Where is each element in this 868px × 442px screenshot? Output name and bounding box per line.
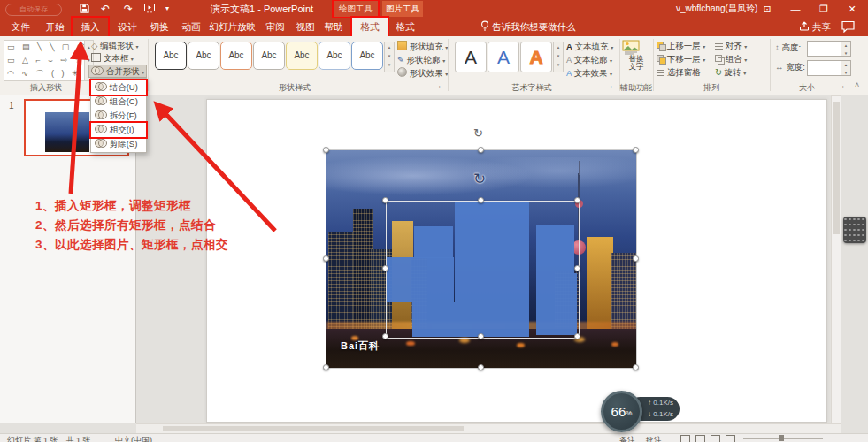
share-button[interactable]: 共享 <box>799 18 831 36</box>
tab-design[interactable]: 设计 <box>111 18 143 36</box>
shape-style-preset[interactable]: Abc <box>188 42 219 70</box>
tab-file[interactable]: 文件 <box>4 18 37 36</box>
align-button[interactable]: 对齐 ▾ <box>715 40 747 51</box>
tab-format-picture[interactable]: 格式 <box>389 18 421 36</box>
shape-fill-button[interactable]: 形状填充 ▾ <box>397 41 448 52</box>
alt-text-button[interactable]: 替换文字 <box>622 40 650 80</box>
maximize-button[interactable]: ❐ <box>810 0 837 18</box>
ribbon-display-options-button[interactable]: ⊡ <box>754 0 780 18</box>
text-fill-button[interactable]: A 文本填充 ▾ <box>566 41 613 52</box>
minimize-button[interactable]: — <box>782 0 809 18</box>
shape-style-preset[interactable]: Abc <box>155 42 187 70</box>
comments-button[interactable]: 批注 <box>646 435 662 442</box>
text-effects-button[interactable]: A 文本效果 ▾ <box>566 67 612 79</box>
picture-tools-header[interactable]: 图片工具 <box>382 1 423 17</box>
text-outline-button[interactable]: A 文本轮廓 ▾ <box>566 54 612 65</box>
tab-insert[interactable]: 插入 <box>73 18 108 36</box>
merge-subtract-icon <box>95 139 107 148</box>
undo-button[interactable]: ↶ <box>96 0 115 18</box>
slide-page[interactable]: Bai百科 ↻ ↻ <box>206 99 827 423</box>
group-button[interactable]: 组合 ▾ <box>715 53 747 65</box>
wordart-dialog-launcher[interactable]: ⌟ <box>609 81 612 89</box>
save-icon[interactable] <box>74 0 94 17</box>
selection-handle[interactable] <box>633 364 639 370</box>
menu-item-union[interactable]: 结合(U) <box>91 80 146 95</box>
tab-view[interactable]: 视图 <box>290 18 320 36</box>
shape-style-preset[interactable]: Abc <box>319 42 350 70</box>
menu-item-subtract[interactable]: 剪除(S) <box>91 137 146 151</box>
tab-animations[interactable]: 动画 <box>175 18 207 36</box>
text-box-button[interactable]: 文本框 ▾ <box>91 52 134 64</box>
slide-photo[interactable]: Bai百科 ↻ ↻ <box>326 150 636 368</box>
merge-union-icon <box>95 82 107 91</box>
shape-style-preset[interactable]: Abc <box>351 42 383 70</box>
scrollbar-thumb[interactable] <box>833 102 840 234</box>
height-spinner[interactable]: ▴▾ <box>841 41 851 57</box>
selection-pane-button[interactable]: 选择窗格 <box>657 66 701 78</box>
selection-handle[interactable] <box>574 265 580 271</box>
shape-effects-button[interactable]: 形状效果 ▾ <box>397 67 448 79</box>
selection-handle[interactable] <box>633 147 639 153</box>
language-indicator[interactable]: 中文(中国) <box>115 435 152 442</box>
shape-outline-button[interactable]: ✎ 形状轮廓 ▾ <box>397 54 445 65</box>
selection-handle[interactable] <box>633 255 639 262</box>
rotate-button[interactable]: ↻ 旋转 ▾ <box>715 66 746 78</box>
tab-home[interactable]: 开始 <box>39 18 71 36</box>
selection-handle[interactable] <box>574 333 580 339</box>
close-button[interactable]: ✕ <box>839 0 865 18</box>
zoom-slider-handle[interactable] <box>779 435 784 441</box>
menu-item-combine[interactable]: 组合(C) <box>91 95 146 109</box>
scrollbar-thumb[interactable] <box>163 426 464 431</box>
bring-forward-button[interactable]: 上移一层 ▾ <box>657 40 705 51</box>
selection-handle[interactable] <box>323 364 329 370</box>
selection-handle[interactable] <box>478 333 484 339</box>
tab-slideshow[interactable]: 幻灯片放映 <box>207 18 258 36</box>
user-account[interactable]: v_wbflchang(昌凤玲) <box>676 0 757 18</box>
wordart-scrollbar[interactable]: ▴▾▾ <box>553 42 564 72</box>
qat-customize-button[interactable]: ▾ <box>157 0 177 18</box>
rotate-handle[interactable]: ↻ <box>473 173 486 185</box>
selection-handle[interactable] <box>574 197 580 203</box>
selection-handle[interactable] <box>478 197 484 203</box>
shape-style-preset[interactable]: Abc <box>253 42 285 70</box>
vertical-scrollbar[interactable] <box>831 95 841 423</box>
wordart-preset[interactable]: A <box>455 42 487 72</box>
send-backward-button[interactable]: 下移一层 ▾ <box>657 53 705 65</box>
autosave-toggle[interactable]: 自动保存 <box>5 4 62 16</box>
tab-format-drawing[interactable]: 格式 <box>352 18 388 36</box>
selection-handle[interactable] <box>382 333 388 339</box>
wordart-preset[interactable]: A <box>520 42 552 72</box>
selection-handle[interactable] <box>478 364 484 370</box>
tab-review[interactable]: 审阅 <box>260 18 290 36</box>
drawing-tools-header[interactable]: 绘图工具 <box>334 1 378 17</box>
selection-handle[interactable] <box>478 147 484 153</box>
start-slideshow-button[interactable] <box>140 0 159 17</box>
view-buttons[interactable] <box>678 435 738 442</box>
comment-icon[interactable] <box>841 20 855 33</box>
selection-handle[interactable] <box>382 265 388 271</box>
docked-tool-handle[interactable] <box>843 217 866 243</box>
rotate-handle[interactable]: ↻ <box>473 127 483 139</box>
notes-button[interactable]: 备注 <box>619 435 635 442</box>
collapse-ribbon-button[interactable]: ˄ <box>855 80 859 89</box>
shape-styles-dialog-launcher[interactable]: ⌟ <box>437 81 441 89</box>
tell-me-box[interactable]: 告诉我你想要做什么 <box>480 18 575 36</box>
shapes-gallery[interactable]: ▭ ▤ ╲ ╲ ▢ ◯ ▭ △ ⌐ ⌣ ⇨ ☆ ◠ ∿ ⌒ ( ) ✳ <box>4 40 85 81</box>
accelerator-ball[interactable]: 66% <box>601 391 642 432</box>
merge-shapes-button[interactable]: 合并形状 ▾ <box>88 65 147 78</box>
selection-handle[interactable] <box>323 255 329 262</box>
redo-button[interactable]: ↷ <box>119 0 138 18</box>
size-dialog-launcher[interactable]: ⌟ <box>841 81 844 89</box>
width-spinner[interactable]: ▴▾ <box>841 60 851 76</box>
selection-handle[interactable] <box>382 197 388 203</box>
menu-item-intersect[interactable]: 相交(I) <box>91 123 146 137</box>
wordart-preset[interactable]: A <box>488 42 519 72</box>
shape-style-preset[interactable]: Abc <box>220 42 252 70</box>
tab-help[interactable]: 帮助 <box>319 18 349 36</box>
tab-transitions[interactable]: 切换 <box>143 18 175 36</box>
menu-item-fragment[interactable]: 拆分(F) <box>91 109 146 123</box>
edit-shape-button[interactable]: ◇ 编辑形状 ▾ <box>91 40 139 51</box>
shape-styles-scrollbar[interactable]: ▴▾▾ <box>384 42 395 72</box>
selection-handle[interactable] <box>323 147 329 153</box>
shape-style-preset[interactable]: Abc <box>286 42 318 70</box>
